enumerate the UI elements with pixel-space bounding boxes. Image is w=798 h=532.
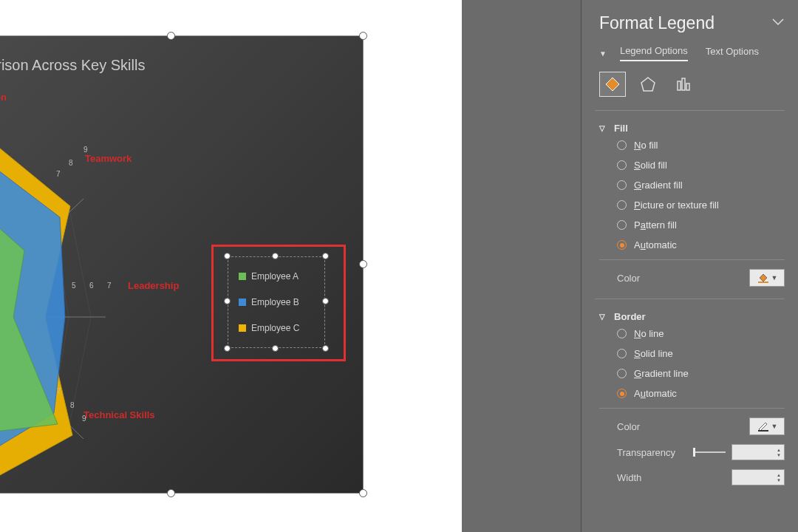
fill-no-fill[interactable]: No fill bbox=[617, 140, 785, 151]
tab-legend-options[interactable]: Legend Options bbox=[620, 45, 688, 61]
tab-text-options[interactable]: Text Options bbox=[706, 46, 759, 61]
border-automatic[interactable]: Automatic bbox=[617, 388, 785, 399]
chevron-down-icon: ▼ bbox=[771, 423, 778, 430]
resize-handle[interactable] bbox=[322, 345, 329, 352]
fill-solid[interactable]: Solid fill bbox=[617, 160, 785, 171]
radio-icon bbox=[617, 220, 627, 230]
fill-section-title: Fill bbox=[614, 123, 628, 134]
resize-handle[interactable] bbox=[359, 32, 367, 40]
svg-rect-12 bbox=[678, 81, 681, 90]
legend-label: Employee C bbox=[251, 323, 299, 333]
effects-icon[interactable] bbox=[635, 72, 661, 97]
legend-entry[interactable]: Employee A bbox=[228, 270, 324, 283]
chevron-down-icon: ▽ bbox=[599, 313, 608, 321]
slide-workspace: parison Across Key Skills bbox=[0, 0, 581, 532]
border-color-button[interactable]: ▼ bbox=[749, 417, 785, 435]
resize-handle[interactable] bbox=[359, 489, 367, 497]
svg-rect-13 bbox=[682, 78, 685, 90]
tick-label: 9 bbox=[82, 415, 86, 423]
fill-picture[interactable]: Picture or texture fill bbox=[617, 200, 785, 211]
chevron-down-icon: ▼ bbox=[771, 274, 778, 282]
tab-dropdown-caret[interactable]: ▼ bbox=[599, 50, 607, 58]
spin-down[interactable]: ▼ bbox=[775, 453, 782, 457]
border-section-title: Border bbox=[614, 311, 646, 322]
legend-label: Employee A bbox=[251, 271, 299, 282]
radio-icon bbox=[617, 180, 627, 190]
legend-entry[interactable]: Employee B bbox=[228, 296, 324, 309]
tick-label: 7 bbox=[107, 282, 112, 290]
radio-icon bbox=[617, 140, 627, 150]
panel-title: Format Legend bbox=[599, 13, 715, 33]
resize-handle[interactable] bbox=[224, 298, 231, 304]
resize-handle[interactable] bbox=[272, 253, 279, 259]
tick-label: 7 bbox=[56, 170, 61, 178]
tick-label: 9 bbox=[83, 146, 88, 154]
resize-handle[interactable] bbox=[359, 260, 367, 268]
tick-label: 8 bbox=[69, 159, 73, 167]
axis-label-e: Leadership bbox=[128, 280, 179, 291]
resize-handle[interactable] bbox=[322, 298, 329, 304]
legend-label: Employee B bbox=[251, 297, 299, 307]
border-solid[interactable]: Solid line bbox=[617, 348, 785, 359]
tick-label: 7 bbox=[57, 387, 61, 395]
chart-title[interactable]: parison Across Key Skills bbox=[0, 57, 363, 74]
radio-icon bbox=[617, 369, 627, 378]
paint-bucket-icon bbox=[757, 272, 770, 284]
tick-label: 5 bbox=[72, 282, 76, 290]
radio-icon bbox=[617, 160, 627, 170]
svg-marker-10 bbox=[606, 78, 619, 91]
svg-rect-15 bbox=[758, 282, 768, 283]
border-no-line[interactable]: No line bbox=[617, 328, 785, 339]
axis-label-top: on bbox=[0, 92, 7, 103]
chevron-down-icon bbox=[771, 18, 785, 27]
fill-automatic[interactable]: Automatic bbox=[617, 239, 785, 250]
resize-handle[interactable] bbox=[224, 253, 231, 259]
radio-icon bbox=[617, 200, 627, 210]
width-input[interactable]: ▲▼ bbox=[732, 469, 785, 485]
legend-options-icon[interactable] bbox=[670, 72, 697, 97]
spin-up[interactable]: ▲ bbox=[775, 448, 782, 452]
spin-up[interactable]: ▲ bbox=[775, 473, 782, 477]
fill-and-line-icon[interactable] bbox=[599, 72, 626, 97]
slide-page: parison Across Key Skills bbox=[0, 0, 462, 532]
svg-marker-11 bbox=[641, 78, 655, 91]
chart-legend[interactable]: Employee A Employee B Employee C bbox=[228, 256, 325, 348]
transparency-slider[interactable] bbox=[693, 445, 726, 460]
fill-pattern[interactable]: Pattern fill bbox=[617, 219, 785, 231]
axis-label-se: Technical Skills bbox=[83, 409, 155, 420]
fill-gradient[interactable]: Gradient fill bbox=[617, 180, 785, 191]
format-legend-panel: Format Legend ▼ Legend Options Text Opti… bbox=[581, 0, 798, 532]
svg-rect-16 bbox=[758, 430, 768, 432]
legend-swatch bbox=[239, 273, 246, 280]
legend-entry[interactable]: Employee C bbox=[228, 321, 324, 335]
fill-color-button[interactable]: ▼ bbox=[749, 269, 785, 287]
legend-swatch bbox=[239, 324, 246, 332]
resize-handle[interactable] bbox=[322, 253, 329, 259]
legend-items: Employee A Employee B Employee C bbox=[228, 257, 324, 347]
resize-handle[interactable] bbox=[224, 345, 231, 352]
radio-icon bbox=[617, 389, 627, 398]
border-gradient[interactable]: Gradient line bbox=[617, 368, 785, 379]
chevron-down-icon: ▽ bbox=[599, 124, 608, 132]
border-section-header[interactable]: ▽ Border bbox=[599, 307, 785, 327]
resize-handle[interactable] bbox=[272, 345, 279, 352]
svg-rect-14 bbox=[686, 83, 689, 90]
radio-icon bbox=[617, 329, 627, 338]
spin-down[interactable]: ▼ bbox=[775, 478, 782, 482]
radio-icon bbox=[617, 349, 627, 358]
chart-object[interactable]: parison Across Key Skills bbox=[0, 35, 364, 494]
tick-label: 8 bbox=[70, 401, 75, 409]
resize-handle[interactable] bbox=[167, 32, 175, 40]
radio-icon bbox=[617, 240, 627, 250]
tick-label: 6 bbox=[89, 282, 94, 290]
legend-swatch bbox=[239, 299, 246, 306]
panel-collapse-button[interactable] bbox=[771, 18, 785, 29]
fill-section-header[interactable]: ▽ Fill bbox=[599, 118, 785, 138]
pen-icon bbox=[757, 420, 770, 432]
transparency-input[interactable]: ▲▼ bbox=[732, 444, 785, 460]
axis-label-ne: Teamwork bbox=[85, 153, 132, 164]
